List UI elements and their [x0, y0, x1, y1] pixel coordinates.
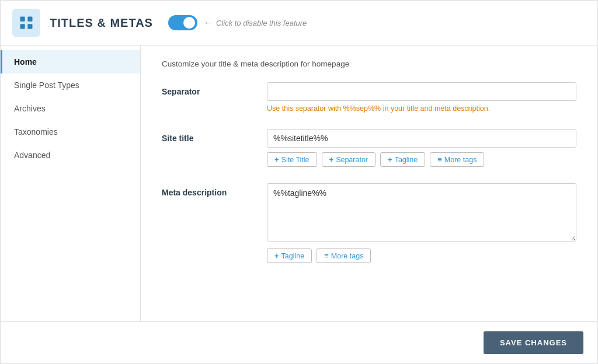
more-tags-meta-btn-label: More tags [331, 252, 364, 260]
meta-description-tag-buttons: + Tagline ≡ More tags [267, 249, 576, 263]
meta-description-label: Meta description [162, 183, 255, 197]
page-wrapper: TITLES & METAS ← Click to disable this f… [0, 0, 598, 364]
sidebar-item-advanced-label: Advanced [14, 150, 50, 160]
sidebar-item-home[interactable]: Home [1, 50, 140, 74]
main-content: Customize your title & meta description … [141, 46, 597, 321]
sidebar-item-taxonomies-label: Taxonomies [14, 127, 58, 136]
svg-rect-2 [20, 24, 25, 29]
page-title: TITLES & METAS [50, 16, 153, 30]
site-title-tag-btn[interactable]: + Site Title [267, 152, 317, 167]
svg-rect-1 [27, 17, 32, 22]
separator-btn-label: Separator [336, 156, 368, 164]
plus-icon: + [329, 155, 334, 164]
sidebar-item-single-post-types[interactable]: Single Post Types [1, 74, 140, 97]
svg-rect-0 [20, 17, 25, 22]
site-title-btn-label: Site Title [281, 156, 310, 164]
section-description: Customize your title & meta description … [162, 60, 576, 68]
separator-hint: Use this separator with %%sep%% in your … [267, 104, 576, 113]
meta-description-controls: %%tagline%% + Tagline ≡ More tags [267, 183, 576, 263]
separator-controls: Use this separator with %%sep%% in your … [267, 82, 576, 113]
toggle-slider [168, 15, 197, 30]
site-title-field-row: Site title + Site Title + Separator [162, 129, 576, 167]
separator-label: Separator [162, 82, 255, 96]
separator-input[interactable] [267, 82, 576, 101]
separator-tag-btn[interactable]: + Separator [322, 152, 376, 167]
tagline-meta-btn-label: Tagline [281, 252, 305, 260]
site-title-label: Site title [162, 129, 255, 143]
lines-icon: ≡ [437, 155, 442, 164]
sidebar: Home Single Post Types Archives Taxonomi… [1, 46, 141, 321]
sidebar-item-single-post-types-label: Single Post Types [14, 80, 79, 90]
feature-toggle[interactable] [168, 15, 197, 30]
plus-icon: + [274, 251, 279, 260]
plus-icon: + [274, 155, 279, 164]
sidebar-item-advanced[interactable]: Advanced [1, 144, 140, 167]
grid-icon [18, 15, 34, 31]
lines-icon: ≡ [324, 251, 329, 260]
site-title-tag-buttons: + Site Title + Separator + Tagline ≡ [267, 152, 576, 167]
meta-description-textarea[interactable]: %%tagline%% [267, 183, 576, 242]
header: TITLES & METAS ← Click to disable this f… [1, 1, 597, 46]
more-tags-meta-tag-btn[interactable]: ≡ More tags [317, 249, 371, 263]
arrow-icon: ← [203, 18, 213, 28]
tagline-tag-btn[interactable]: + Tagline [380, 152, 425, 167]
more-tags-tag-btn[interactable]: ≡ More tags [430, 152, 484, 167]
svg-rect-3 [27, 24, 32, 29]
separator-field-row: Separator Use this separator with %%sep%… [162, 82, 576, 113]
toggle-hint: ← Click to disable this feature [203, 18, 307, 28]
site-title-input[interactable] [267, 129, 576, 148]
sidebar-item-archives-label: Archives [14, 104, 46, 113]
toggle-hint-text: Click to disable this feature [216, 19, 307, 27]
footer: SAVE CHANGES [1, 321, 597, 363]
plugin-icon [12, 9, 40, 37]
site-title-controls: + Site Title + Separator + Tagline ≡ [267, 129, 576, 167]
sidebar-item-home-label: Home [14, 57, 37, 66]
sidebar-item-taxonomies[interactable]: Taxonomies [1, 120, 140, 144]
tagline-btn-label: Tagline [395, 156, 418, 164]
body-layout: Home Single Post Types Archives Taxonomi… [1, 46, 597, 321]
save-changes-button[interactable]: SAVE CHANGES [484, 331, 583, 354]
plus-icon: + [388, 155, 392, 164]
meta-description-field-row: Meta description %%tagline%% + Tagline ≡… [162, 183, 576, 263]
feature-toggle-container: ← Click to disable this feature [168, 15, 307, 30]
more-tags-btn-label: More tags [444, 156, 477, 164]
tagline-meta-tag-btn[interactable]: + Tagline [267, 249, 312, 263]
sidebar-item-archives[interactable]: Archives [1, 97, 140, 120]
